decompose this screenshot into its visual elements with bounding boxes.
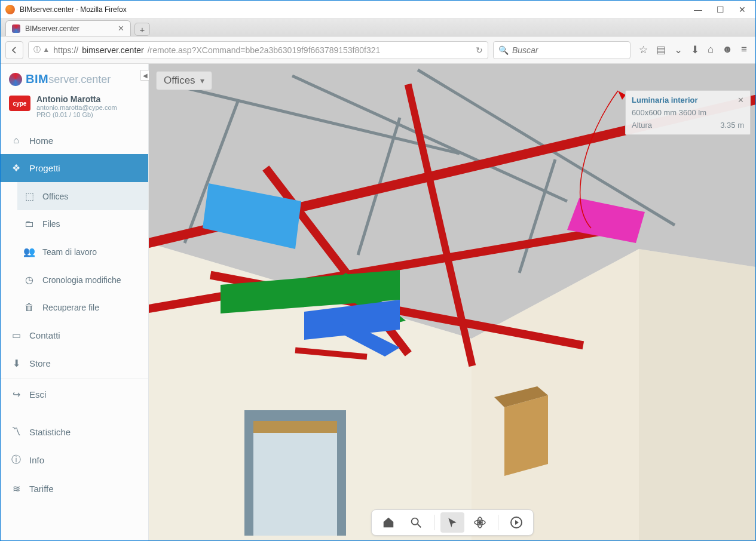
orbit-icon <box>473 515 487 530</box>
sidebar-nav: ⌂ Home ❖ Progetti ⬚ Offices 🗀 Files 👥 Te… <box>1 127 148 503</box>
vc-zoom-button[interactable] <box>404 512 428 533</box>
home-button[interactable]: ⌂ <box>708 44 714 56</box>
nav-progetti-label: Progetti <box>29 163 60 173</box>
nav-tariffe[interactable]: ≋ Tariffe <box>1 475 148 503</box>
nav-recuperare[interactable]: 🗑 Recuperare file <box>17 294 148 321</box>
library-button[interactable]: ▤ <box>656 44 666 56</box>
nav-offices[interactable]: ⬚ Offices <box>17 182 148 210</box>
info-lock-icon: ⓘ ▲ <box>33 45 50 55</box>
downloads-button[interactable]: ⬇ <box>691 44 699 56</box>
url-bar[interactable]: ⓘ ▲ https://bimserver.center/remote.asp?… <box>28 41 488 59</box>
content-area: ◀ BIMserver.center cype Antonio Marotta … <box>1 64 755 540</box>
url-path: /remote.asp?XCommand=bbe2a3b63019f9f6637… <box>148 45 381 55</box>
tariffe-icon: ≋ <box>10 483 22 494</box>
logo-text-rest: server.center <box>48 73 111 85</box>
nav-divider <box>1 379 148 379</box>
nav-back-button[interactable] <box>5 41 23 59</box>
nav-home-label: Home <box>29 136 53 146</box>
user-name: Antonio Marotta <box>36 94 117 104</box>
vc-orbit-button[interactable] <box>468 512 492 533</box>
window-title: BIMserver.center - Mozilla Firefox <box>20 5 694 14</box>
firefox-icon <box>5 5 15 14</box>
viewer-scene <box>149 64 755 540</box>
browser-toolbar: ⓘ ▲ https://bimserver.center/remote.asp?… <box>1 36 755 64</box>
vc-select-button[interactable] <box>440 512 464 533</box>
window-close-button[interactable]: ✕ <box>739 5 746 14</box>
nav-info[interactable]: ⓘ Info <box>1 445 148 475</box>
reload-button[interactable]: ↻ <box>476 45 483 55</box>
info-panel-altura-value: 3.35 m <box>720 121 744 130</box>
tab-strip: BIMserver.center ✕ + <box>1 19 755 36</box>
nav-offices-label: Offices <box>42 192 68 201</box>
app-logo[interactable]: BIMserver.center <box>1 64 148 92</box>
stats-icon: 〽 <box>10 426 22 437</box>
window-minimize-button[interactable]: — <box>694 5 702 14</box>
nav-files-label: Files <box>42 219 60 229</box>
nav-progetti[interactable]: ❖ Progetti <box>1 154 148 182</box>
svg-marker-7 <box>504 395 548 476</box>
nav-contatti[interactable]: ▭ Contatti <box>1 321 148 349</box>
vc-play-button[interactable] <box>504 512 528 533</box>
projects-icon: ❖ <box>10 162 22 174</box>
menu-button[interactable]: ≡ <box>741 44 747 56</box>
tab-title: BIMserver.center <box>25 24 79 33</box>
info-icon: ⓘ <box>10 454 22 466</box>
sidebar-collapse-button[interactable]: ◀ <box>140 70 149 81</box>
nav-recuperare-label: Recuperare file <box>42 303 99 312</box>
nav-cronologia[interactable]: ◷ Cronologia modifiche <box>17 266 148 294</box>
nav-store-label: Store <box>29 358 51 368</box>
cursor-icon <box>446 517 458 528</box>
tab-close-button[interactable]: ✕ <box>118 24 124 33</box>
vc-home-button[interactable] <box>377 512 400 533</box>
search-icon: 🔍 <box>498 45 509 55</box>
project-dropdown-label: Offices <box>164 75 195 87</box>
user-block[interactable]: cype Antonio Marotta antonio.marotta@cyp… <box>1 92 148 127</box>
bookmark-star-button[interactable]: ☆ <box>639 44 648 56</box>
team-icon: 👥 <box>23 246 35 257</box>
viewer-3d[interactable]: Offices ▾ Luminaria interior ✕ 600x600 m… <box>149 64 755 540</box>
search-input[interactable] <box>512 45 625 55</box>
chat-button[interactable]: ☻ <box>722 44 733 56</box>
info-panel-altura-label: Altura <box>632 121 652 130</box>
arrow-left-icon <box>10 45 19 55</box>
contacts-icon: ▭ <box>10 330 22 341</box>
nav-cronologia-label: Cronologia modifiche <box>42 275 121 285</box>
nav-statistiche[interactable]: 〽 Statistiche <box>1 418 148 445</box>
store-icon: ⬇ <box>10 358 22 369</box>
new-tab-button[interactable]: + <box>134 23 150 36</box>
viewer-controls <box>371 509 534 536</box>
pocket-button[interactable]: ⌄ <box>674 44 682 56</box>
url-protocol: https:// <box>53 45 78 55</box>
home-icon <box>382 516 395 529</box>
nav-files[interactable]: 🗀 Files <box>17 210 148 238</box>
element-info-panel: Luminaria interior ✕ 600x600 mm 3600 lm … <box>625 90 751 135</box>
nav-store[interactable]: ⬇ Store <box>1 349 148 377</box>
nav-contatti-label: Contatti <box>29 330 60 340</box>
url-host: bimserver.center <box>82 45 143 55</box>
vc-separator <box>434 515 434 530</box>
svg-point-30 <box>478 521 482 524</box>
logo-text-bim: BIM <box>26 72 48 85</box>
info-panel-close-button[interactable]: ✕ <box>737 96 744 104</box>
nav-esci[interactable]: ↪ Esci <box>1 380 148 408</box>
project-dropdown[interactable]: Offices ▾ <box>156 71 212 90</box>
magnifier-icon <box>409 516 423 529</box>
tab-favicon <box>12 24 20 33</box>
window-titlebar: BIMserver.center - Mozilla Firefox — ☐ ✕ <box>1 1 755 19</box>
browser-tab[interactable]: BIMserver.center ✕ <box>5 20 131 36</box>
info-panel-spec: 600x600 mm 3600 lm <box>632 108 744 117</box>
user-quota: PRO (0.01 / 10 Gb) <box>36 111 117 118</box>
svg-rect-6 <box>253 421 337 433</box>
play-circle-icon <box>509 515 524 530</box>
window-maximize-button[interactable]: ☐ <box>717 5 724 14</box>
user-email: antonio.marotta@cype.com <box>36 104 117 111</box>
nav-team[interactable]: 👥 Team di lavoro <box>17 238 148 266</box>
home-icon: ⌂ <box>10 135 22 146</box>
cube-icon: ⬚ <box>23 190 35 202</box>
nav-home[interactable]: ⌂ Home <box>1 127 148 154</box>
svg-point-28 <box>411 518 418 525</box>
search-bar[interactable]: 🔍 <box>493 41 630 59</box>
restore-icon: 🗑 <box>23 302 35 313</box>
sidebar: ◀ BIMserver.center cype Antonio Marotta … <box>1 64 149 540</box>
exit-icon: ↪ <box>10 389 22 400</box>
